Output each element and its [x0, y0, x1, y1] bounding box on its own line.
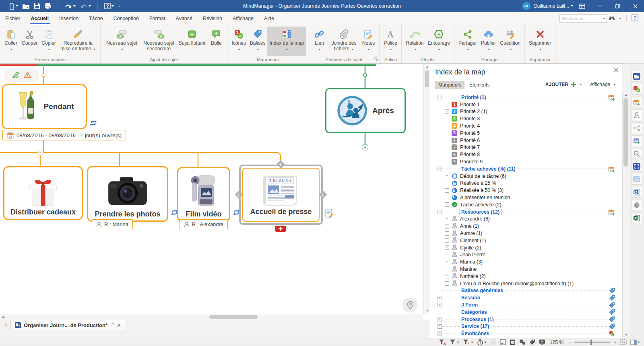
expand-icon[interactable] [445, 224, 449, 229]
resources-tab-icon[interactable] [631, 109, 642, 120]
chevron-down-icon[interactable] [619, 18, 621, 19]
expand-icon[interactable] [438, 324, 442, 329]
marker-item[interactable]: Anne (1) [430, 222, 622, 230]
marker-item[interactable]: 1 Priorité 1 [430, 101, 622, 108]
add-to-topics-icon[interactable] [606, 94, 615, 101]
new-topic-button[interactable]: Nouveau sujet [103, 27, 141, 56]
zoom-slider-thumb[interactable] [590, 340, 592, 345]
expand-icon[interactable] [445, 174, 449, 178]
map-canvas[interactable]: Pendant 24 08/08/2016 - 08/08/2016 : 1 j… [0, 64, 430, 320]
ribbon-tab[interactable]: Tâche [84, 12, 108, 25]
outline-view-icon[interactable] [500, 339, 506, 345]
topic-pendant[interactable]: Pendant [2, 84, 87, 129]
view-menu-button[interactable]: Affichage [590, 82, 610, 87]
customize-toolbar-icon[interactable]: ≂ [118, 4, 121, 8]
chevron-down-icon[interactable] [73, 5, 76, 7]
panels-button[interactable] [630, 340, 640, 345]
topic-accueil-de-presse-selected[interactable]: + + + TRIBUNE Accueil de presse [239, 165, 323, 225]
add-subtopic-button[interactable]: + [362, 144, 368, 150]
marker-item[interactable]: A présenter en réunion [430, 194, 622, 201]
chevron-down-icon[interactable] [111, 5, 114, 7]
add-marker-button[interactable]: AJOUTER [545, 82, 568, 87]
marker-item[interactable]: Nathalie (2) [430, 273, 622, 280]
plus-icon[interactable] [571, 82, 576, 87]
ribbon-tab[interactable]: Insertion [54, 12, 84, 25]
expand-icon[interactable] [438, 296, 442, 300]
avatar[interactable]: GL [522, 2, 530, 10]
location-pin-button[interactable] [402, 297, 418, 313]
topic-prendre-les-photos[interactable]: Prendre les photos [87, 166, 168, 222]
icon-markers-tab-icon[interactable] [631, 84, 642, 95]
help-button[interactable]: ? [104, 3, 114, 9]
tag-group-header[interactable]: Balises générales [430, 287, 622, 295]
map-parts-tab-icon[interactable] [631, 122, 642, 133]
marker-item[interactable]: 9 Prioriété 9 [430, 158, 622, 165]
document-tab[interactable]: Organiser Journ... de Production* [10, 320, 125, 330]
marker-group-header[interactable]: Tâche achevée (%) (11) [430, 165, 622, 173]
excel-tab-icon[interactable] [631, 212, 642, 223]
zoom-out-button[interactable]: − [568, 339, 571, 345]
marker-item[interactable]: Cyrille (2) [430, 244, 622, 251]
ribbon-tab[interactable]: Aide [259, 12, 279, 25]
warning-charm-icon[interactable] [23, 71, 32, 80]
expand-icon[interactable] [438, 303, 442, 307]
restore-button[interactable] [609, 0, 626, 12]
tags-status-icon[interactable] [529, 339, 535, 345]
panel-tab[interactable]: Marqueurs [435, 81, 464, 89]
fit-map-button[interactable] [620, 339, 627, 345]
float-tab-icon[interactable] [110, 323, 114, 327]
relationship-button[interactable]: Relation [404, 27, 425, 56]
expand-icon[interactable] [438, 332, 442, 336]
account-name[interactable]: Guillaume Laill... [533, 3, 569, 9]
expand-icon[interactable] [445, 281, 449, 286]
ribbon-tab[interactable]: Conception [108, 12, 144, 25]
marker-item[interactable]: Réalisée à 50 % (3) [430, 187, 622, 194]
marker-item[interactable]: Martine [430, 266, 622, 273]
marker-item[interactable]: 4 Priorité 4 [430, 122, 622, 130]
marker-item[interactable]: 2 Priorité 2 (1) [430, 108, 622, 115]
scroll-down-icon[interactable]: ▼ [624, 333, 628, 337]
chevron-down-icon[interactable] [16, 5, 18, 7]
marker-item[interactable]: 7 Priorité 7 [430, 144, 622, 151]
marker-item[interactable]: Jean Pierre [430, 251, 622, 259]
collapse-branch-button[interactable]: − [37, 150, 43, 155]
zoom-in-button[interactable]: + [613, 339, 617, 345]
map-index-tab-icon[interactable] [631, 71, 642, 82]
share-button[interactable]: Partager [456, 27, 479, 56]
link-button[interactable]: Lien [310, 27, 328, 56]
scrollbar-thumb[interactable] [425, 70, 429, 87]
close-tab-icon[interactable] [117, 323, 121, 327]
help-icon[interactable]: ? [632, 14, 638, 23]
tag-group-header[interactable]: Émoticônes [430, 330, 622, 337]
marker-item[interactable]: Tâche achevée (2) [430, 201, 622, 208]
edit-charm-icon[interactable] [12, 71, 20, 80]
undo-button[interactable] [64, 3, 76, 9]
new-document-button[interactable] [9, 3, 18, 10]
power-filter-icon[interactable] [463, 339, 473, 345]
expand-icon[interactable] [445, 109, 449, 114]
ribbon-tab[interactable]: Accueil [26, 12, 54, 25]
topic-notes-icon[interactable] [325, 209, 334, 220]
marker-group-header[interactable]: Ressources (12) [430, 208, 622, 216]
close-panel-icon[interactable] [614, 68, 618, 74]
snapshot-tab-icon[interactable] [631, 161, 642, 172]
icons-button[interactable]: 1Icônes [229, 27, 248, 56]
browser-tab-icon[interactable] [631, 174, 642, 185]
expand-icon[interactable] [438, 317, 442, 321]
marker-group-header[interactable]: Priorité (1) [430, 94, 622, 101]
marker-item[interactable]: L'eau à la Bouche (henri.dubois@proactif… [430, 280, 622, 287]
scrollbar-thumb[interactable] [623, 98, 628, 167]
library-tab-icon[interactable] [631, 135, 642, 146]
marker-item[interactable]: Alexandre (6) [430, 216, 622, 223]
ribbon-tab[interactable]: Révision [198, 12, 227, 25]
ribbon-tab[interactable]: Avancé [171, 12, 198, 25]
marker-item[interactable]: 6 Priorité 6 [430, 137, 622, 144]
zoom-slider[interactable] [574, 342, 610, 343]
expand-icon[interactable] [445, 202, 449, 207]
collapse-icon[interactable] [438, 210, 442, 214]
search-input[interactable] [559, 14, 607, 23]
map-index-button[interactable]: Index de la map [267, 27, 306, 56]
expand-icon[interactable] [445, 238, 449, 243]
delete-button[interactable]: Supprimer [527, 27, 553, 56]
dialog-launcher-icon[interactable] [374, 56, 378, 62]
